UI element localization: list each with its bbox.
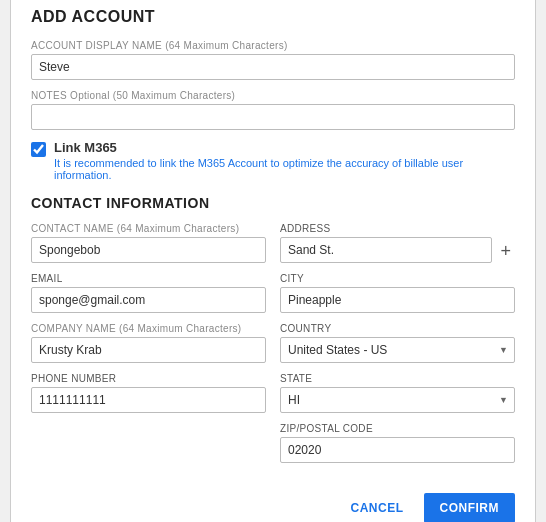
country-field: COUNTRY United States - US Canada - CA U… [280, 323, 515, 363]
contact-section-title: CONTACT INFORMATION [31, 195, 515, 211]
link-m365-row: Link M365 It is recommended to link the … [31, 140, 515, 181]
notes-field: NOTES Optional (50 Maximum Characters) [31, 90, 515, 130]
notes-input[interactable] [31, 104, 515, 130]
city-field: CITY [280, 273, 515, 313]
address-field: ADDRESS + [280, 223, 515, 263]
link-m365-label: Link M365 [54, 140, 515, 155]
dialog-footer: CANCEL CONFIRM [31, 481, 515, 523]
contact-right-col: ADDRESS + CITY COUNTRY United States - U… [280, 223, 515, 473]
link-m365-description: It is recommended to link the M365 Accou… [54, 157, 515, 181]
country-select-wrapper: United States - US Canada - CA United Ki… [280, 337, 515, 363]
contact-columns: CONTACT NAME (64 Maximum Characters) EMA… [31, 223, 515, 473]
confirm-button[interactable]: CONFIRM [424, 493, 516, 523]
zip-field: ZIP/POSTAL CODE [280, 423, 515, 463]
phone-number-label: PHONE NUMBER [31, 373, 266, 384]
country-select[interactable]: United States - US Canada - CA United Ki… [280, 337, 515, 363]
phone-number-input[interactable] [31, 387, 266, 413]
email-label: EMAIL [31, 273, 266, 284]
address-label: ADDRESS [280, 223, 515, 234]
link-m365-text: Link M365 It is recommended to link the … [54, 140, 515, 181]
account-display-name-label: ACCOUNT DISPLAY NAME (64 Maximum Charact… [31, 40, 515, 51]
address-input[interactable] [280, 237, 492, 263]
account-display-name-field: ACCOUNT DISPLAY NAME (64 Maximum Charact… [31, 40, 515, 80]
company-name-label: COMPANY NAME (64 Maximum Characters) [31, 323, 266, 334]
state-select[interactable]: HI CA NY TX FL [280, 387, 515, 413]
add-account-dialog: ADD ACCOUNT ACCOUNT DISPLAY NAME (64 Max… [10, 0, 536, 522]
address-row: + [280, 237, 515, 263]
company-name-field: COMPANY NAME (64 Maximum Characters) [31, 323, 266, 363]
email-field: EMAIL [31, 273, 266, 313]
company-name-input[interactable] [31, 337, 266, 363]
notes-label: NOTES Optional (50 Maximum Characters) [31, 90, 515, 101]
email-input[interactable] [31, 287, 266, 313]
contact-name-field: CONTACT NAME (64 Maximum Characters) [31, 223, 266, 263]
city-label: CITY [280, 273, 515, 284]
link-m365-checkbox[interactable] [31, 142, 46, 157]
zip-label: ZIP/POSTAL CODE [280, 423, 515, 434]
state-field: STATE HI CA NY TX FL [280, 373, 515, 413]
contact-name-label: CONTACT NAME (64 Maximum Characters) [31, 223, 266, 234]
zip-input[interactable] [280, 437, 515, 463]
contact-left-col: CONTACT NAME (64 Maximum Characters) EMA… [31, 223, 266, 473]
account-display-name-input[interactable] [31, 54, 515, 80]
state-select-wrapper: HI CA NY TX FL [280, 387, 515, 413]
address-add-button[interactable]: + [496, 239, 515, 263]
dialog-title: ADD ACCOUNT [31, 8, 515, 26]
cancel-button[interactable]: CANCEL [341, 495, 414, 521]
city-input[interactable] [280, 287, 515, 313]
phone-number-field: PHONE NUMBER [31, 373, 266, 413]
state-label: STATE [280, 373, 515, 384]
country-label: COUNTRY [280, 323, 515, 334]
contact-name-input[interactable] [31, 237, 266, 263]
